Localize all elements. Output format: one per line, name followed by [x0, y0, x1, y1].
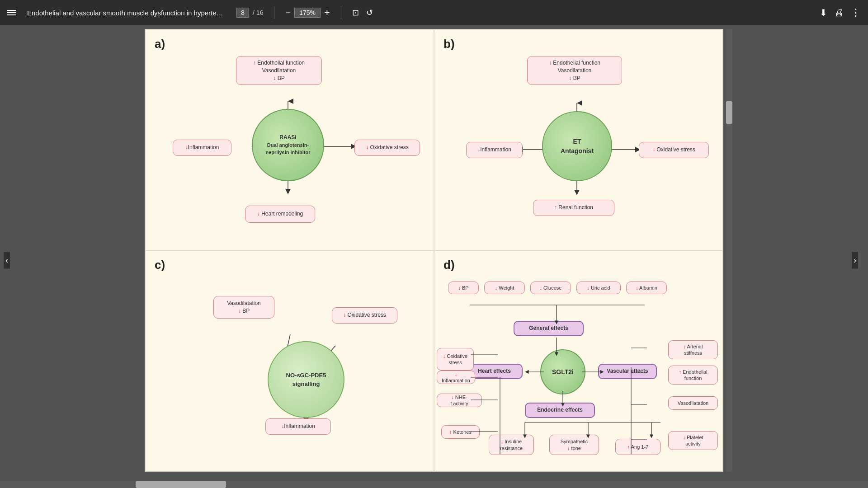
zoom-in-button[interactable]: +: [324, 7, 330, 19]
panel-d-center: SGLT2i: [540, 349, 585, 394]
panel-b-top-box: ↑ Endothelial function Vasodilatation ↓ …: [527, 56, 622, 85]
next-page-button[interactable]: ›: [852, 252, 858, 269]
panel-d-top-glucose: ↓ Glucose: [530, 282, 571, 294]
download-button[interactable]: ⬇: [820, 7, 827, 18]
panel-d-ketones: ↑ Ketones: [441, 425, 480, 439]
panel-d-top-uric: ↓ Uric acid: [576, 282, 621, 294]
content-area: a): [0, 25, 868, 488]
panel-d-general-effects: General effects: [514, 321, 584, 336]
panel-a-right-box: ↓ Oxidative stress: [354, 140, 420, 156]
toolbar: Endothelial and vascular smooth muscle d…: [0, 0, 868, 25]
panel-d-vascular-effects: Vascular effects: [598, 364, 657, 379]
scrollbar-thumb[interactable]: [726, 101, 732, 124]
panel-d-endothelial-function: ↑ Endothelialfunction: [668, 366, 718, 385]
panel-d-sympathetic-tone: Sympathetic↓ tone: [549, 435, 599, 455]
panel-d-label: d): [443, 258, 455, 272]
panel-b: b) ↑ Endothelial func: [434, 29, 723, 250]
panel-a-label: a): [155, 37, 165, 51]
vertical-scrollbar[interactable]: [726, 29, 732, 472]
panel-a-bottom-box: ↓ Heart remodeling: [245, 206, 315, 223]
panel-d: d): [434, 250, 723, 471]
zoom-controls: − 175% +: [285, 7, 330, 19]
panel-a-top-box: ↑ Endothelial function Vasodilatation ↓ …: [236, 56, 322, 85]
panel-c-top-right-box: ↓ Oxidative stress: [332, 307, 397, 324]
panel-b-left-box: ↓Inflammation: [466, 142, 523, 158]
history-button[interactable]: ↺: [366, 8, 373, 18]
panel-b-bottom-box: ↑ Renal function: [533, 200, 614, 216]
horizontal-scrollbar[interactable]: [0, 481, 868, 488]
panel-a-center: RAASi Dual angiotensin-neprilysin inhibi…: [252, 109, 324, 181]
panel-d-nhe1: ↓ NHE-1activity: [437, 394, 482, 407]
panel-d-vasodilatation: Vasodilatation: [668, 396, 718, 410]
panel-d-ang17: ↑ Ang 1-7: [615, 439, 660, 455]
panel-a: a): [145, 29, 434, 250]
panel-d-top-bp: ↓ BP: [448, 282, 479, 294]
print-button[interactable]: 🖨: [835, 8, 844, 18]
panel-b-label: b): [443, 37, 455, 51]
prev-page-button[interactable]: ‹: [4, 252, 10, 269]
zoom-value[interactable]: 175%: [294, 8, 321, 18]
pdf-page: a): [145, 29, 723, 472]
panel-c-top-left-box: Vasodilatation↓ BP: [213, 296, 274, 319]
panel-b-center: ETAntagonist: [542, 111, 612, 181]
panel-b-right-box: ↓ Oxidative stress: [639, 142, 709, 158]
panel-c-center: NO-sGC-PDE5signalling: [268, 341, 344, 418]
panel-d-insulin-resistance: ↓ Insulineresistance: [489, 435, 534, 455]
panel-d-inflammation: ↓ Inflammation: [437, 371, 475, 384]
panel-c: c) Vasodi: [145, 250, 434, 471]
panel-c-bottom-box: ↓Inflammation: [265, 418, 331, 435]
toolbar-sep: [274, 6, 274, 19]
panel-a-left-box: ↓Inflammation: [173, 140, 231, 156]
page-num-input[interactable]: 8: [236, 8, 249, 18]
page-separator: / 16: [253, 9, 263, 16]
fit-page-button[interactable]: ⊡: [352, 8, 359, 18]
panel-d-arterial-stiffness: ↓ Arterialstiffness: [668, 340, 718, 359]
page-controls: 8 / 16: [236, 8, 263, 18]
panel-d-oxidative-stress: ↓ Oxidativestress: [437, 348, 474, 371]
doc-title: Endothelial and vascular smooth muscle d…: [27, 9, 222, 17]
panel-d-endocrine-effects: Endocrine effects: [525, 403, 595, 418]
horizontal-scrollbar-thumb[interactable]: [136, 481, 226, 488]
more-button[interactable]: ⋮: [851, 7, 861, 19]
panel-d-platelet-activity: ↓ Plateletactivity: [668, 431, 718, 450]
panel-c-label: c): [155, 258, 165, 272]
menu-icon[interactable]: [7, 9, 16, 17]
toolbar-sep2: [341, 6, 341, 19]
panel-d-top-albumin: ↓ Albumin: [626, 282, 667, 294]
panel-d-top-weight: ↓ Weight: [484, 282, 525, 294]
zoom-out-button[interactable]: −: [285, 8, 291, 18]
